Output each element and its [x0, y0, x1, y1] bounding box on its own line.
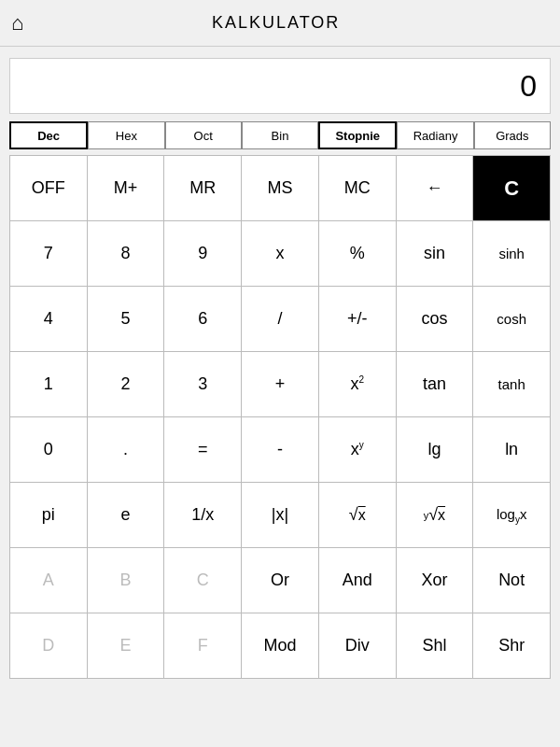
calc-btn-2-31[interactable]: 2 [88, 352, 165, 417]
mode-btn-oct[interactable]: Oct [165, 121, 242, 149]
calc-btn--41[interactable]: . [88, 417, 165, 483]
calc-btn-x-53[interactable]: |x| [242, 483, 319, 548]
display: 0 [9, 58, 551, 114]
calc-btn-c-62[interactable]: C [164, 548, 242, 613]
calc-btn-8-11[interactable]: 8 [88, 221, 165, 287]
calc-btn-x-54[interactable]: √x [319, 483, 397, 548]
display-value: 0 [520, 69, 537, 104]
calc-btn-1-30[interactable]: 1 [10, 352, 88, 417]
calc-btn-shl-75[interactable]: Shl [397, 613, 474, 679]
mode-btn-bin[interactable]: Bin [242, 121, 318, 149]
calc-btn--23[interactable]: / [242, 287, 319, 352]
calc-btn--05[interactable]: ← [397, 156, 474, 221]
calc-btn-x-13[interactable]: x [242, 221, 319, 287]
calc-btn--33[interactable]: + [242, 352, 319, 417]
mode-btn-hex[interactable]: Hex [88, 121, 164, 149]
calc-btn-e-71[interactable]: E [88, 613, 165, 679]
calc-btn-a-60[interactable]: A [10, 548, 88, 613]
calc-btn-sinh-16[interactable]: sinh [473, 221, 551, 287]
calc-btn-logx-56[interactable]: logyx [473, 483, 551, 548]
calc-btn-off-00[interactable]: OFF [10, 156, 88, 221]
mode-btn-dec[interactable]: Dec [9, 121, 88, 149]
calc-btn-cos-25[interactable]: cos [397, 287, 474, 352]
calc-btn-4-20[interactable]: 4 [10, 287, 88, 352]
calculator-grid: OFFM+MRMSMC←C789x%sinsinh456/+/-coscosh1… [9, 155, 551, 679]
calc-btn-mr-02[interactable]: MR [164, 156, 242, 221]
calc-btn-1x-52[interactable]: 1/x [164, 483, 242, 548]
mode-btn-stopnie[interactable]: Stopnie [318, 121, 397, 149]
calc-btn--24[interactable]: +/- [319, 287, 397, 352]
calc-btn-9-12[interactable]: 9 [164, 221, 242, 287]
calc-btn-lg-45[interactable]: lg [397, 417, 474, 483]
calc-btn-sin-15[interactable]: sin [397, 221, 474, 287]
calc-btn-xor-65[interactable]: Xor [397, 548, 474, 613]
calc-btn-f-72[interactable]: F [164, 613, 242, 679]
calc-btn-c-06[interactable]: C [473, 156, 551, 221]
calc-btn-x-44[interactable]: xy [319, 417, 397, 483]
calc-btn-x-55[interactable]: y√x [397, 483, 474, 548]
mode-btn-grads[interactable]: Grads [474, 121, 551, 149]
calc-btn-m-01[interactable]: M+ [88, 156, 165, 221]
calc-btn--42[interactable]: = [164, 417, 242, 483]
calc-btn-d-70[interactable]: D [10, 613, 88, 679]
calc-btn-0-40[interactable]: 0 [10, 417, 88, 483]
mode-bar: DecHexOctBinStopnieRadianyGrads [9, 121, 551, 149]
home-icon[interactable]: ⌂ [11, 11, 23, 35]
calc-btn-tanh-36[interactable]: tanh [473, 352, 551, 417]
calc-btn-mc-04[interactable]: MC [319, 156, 397, 221]
calc-btn-7-10[interactable]: 7 [10, 221, 88, 287]
calc-btn--14[interactable]: % [319, 221, 397, 287]
calc-btn-mod-73[interactable]: Mod [242, 613, 319, 679]
calc-btn-ms-03[interactable]: MS [242, 156, 319, 221]
mode-btn-radiany[interactable]: Radiany [397, 121, 473, 149]
calc-btn-div-74[interactable]: Div [319, 613, 397, 679]
calc-btn-5-21[interactable]: 5 [88, 287, 165, 352]
calc-btn-or-63[interactable]: Or [242, 548, 319, 613]
calc-btn-6-22[interactable]: 6 [164, 287, 242, 352]
calc-btn-cosh-26[interactable]: cosh [473, 287, 551, 352]
calc-btn-not-66[interactable]: Not [473, 548, 551, 613]
calc-btn-shr-76[interactable]: Shr [473, 613, 551, 679]
calc-btn-tan-35[interactable]: tan [397, 352, 474, 417]
calc-btn-e-51[interactable]: e [88, 483, 165, 548]
calc-btn-pi-50[interactable]: pi [10, 483, 88, 548]
calc-btn-x-34[interactable]: x2 [319, 352, 397, 417]
app-header: ⌂ KALKULATOR [0, 0, 560, 47]
calc-btn-and-64[interactable]: And [319, 548, 397, 613]
calc-btn--43[interactable]: - [242, 417, 319, 483]
calc-btn-ln-46[interactable]: ln [473, 417, 551, 483]
app-title: KALKULATOR [33, 13, 519, 33]
calc-btn-b-61[interactable]: B [88, 548, 165, 613]
calc-btn-3-32[interactable]: 3 [164, 352, 242, 417]
